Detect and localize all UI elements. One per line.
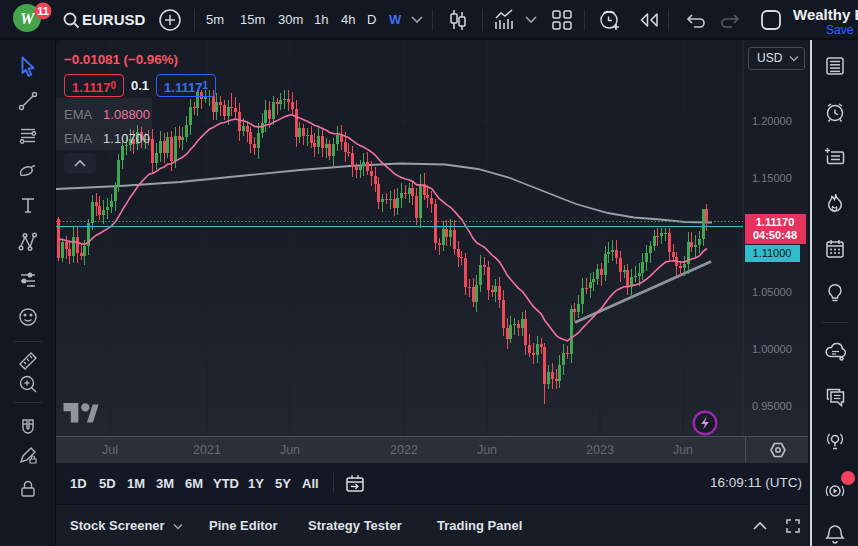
svg-text:04:50:48: 04:50:48 (753, 229, 797, 241)
svg-text:1.05000: 1.05000 (752, 286, 792, 298)
svg-text:1.11170: 1.11170 (756, 216, 795, 228)
svg-text:1.11000: 1.11000 (753, 247, 792, 259)
svg-text:1.20000: 1.20000 (752, 115, 792, 127)
svg-text:1.00000: 1.00000 (752, 343, 792, 355)
svg-text:0.95000: 0.95000 (752, 400, 792, 412)
svg-text:1.15000: 1.15000 (752, 172, 792, 184)
svg-text:W: W (20, 10, 36, 27)
svg-text:11: 11 (37, 5, 49, 17)
